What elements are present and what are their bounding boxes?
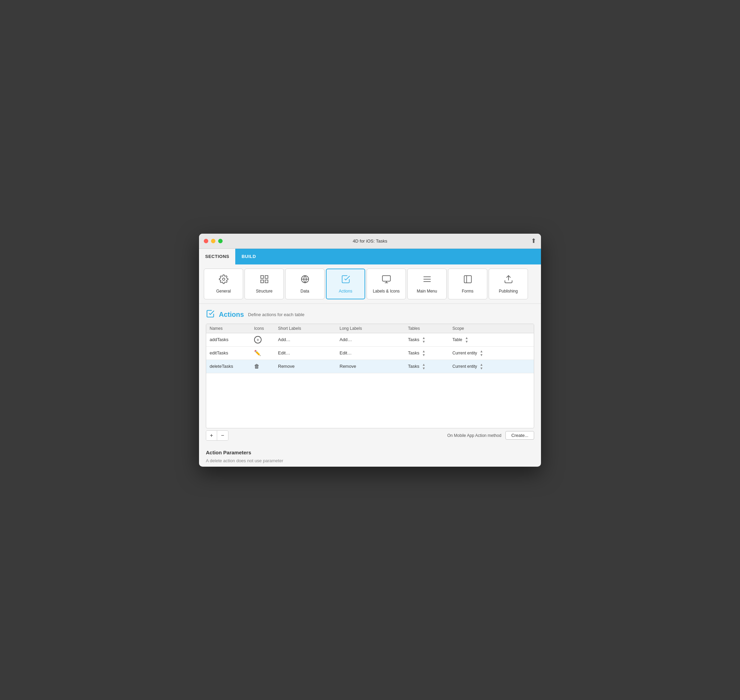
col-header-short-labels: Short Labels — [278, 326, 339, 331]
cell-scope: Table ▲▼ — [452, 336, 530, 344]
create-method-button[interactable]: Create... — [505, 431, 534, 440]
actions-section-description: Define actions for each table — [248, 312, 304, 317]
close-button[interactable] — [204, 239, 208, 243]
remove-row-button[interactable]: − — [217, 431, 228, 440]
cell-short-label: Edit… — [278, 350, 339, 356]
section-tabs-bar: General Structure — [199, 265, 541, 304]
col-header-scope: Scope — [452, 326, 530, 331]
col-header-long-labels: Long Labels — [339, 326, 408, 331]
scope-select-arrows[interactable]: ▲▼ — [480, 349, 483, 357]
main-header: SECTIONS BUILD — [199, 249, 541, 265]
publishing-icon — [504, 274, 513, 286]
method-label: On Mobile App Action method — [447, 433, 501, 438]
cell-long-label: Add… — [339, 337, 408, 342]
tab-publishing-label: Publishing — [499, 289, 518, 294]
plus-circle-icon: + — [254, 336, 261, 344]
cell-table: Tasks ▲▼ — [408, 349, 452, 357]
svg-rect-4 — [265, 280, 268, 282]
gear-icon — [219, 274, 228, 286]
cell-scope: Current entity ▲▼ — [452, 349, 530, 357]
table-select-arrows[interactable]: ▲▼ — [422, 349, 426, 357]
window-controls — [204, 239, 223, 243]
action-parameters-section: Action Parameters A delete action does n… — [199, 443, 541, 467]
cell-icon: 🗑 — [254, 363, 278, 369]
table-bottom-bar: + − On Mobile App Action method Create..… — [206, 430, 534, 441]
table-select-arrows[interactable]: ▲▼ — [422, 336, 426, 344]
tab-general-label: General — [216, 289, 231, 294]
tab-general[interactable]: General — [204, 269, 243, 299]
svg-point-0 — [222, 278, 225, 280]
cell-name: addTasks — [210, 337, 254, 342]
actions-table: Names Icons Short Labels Long Labels Tab… — [206, 324, 534, 428]
col-header-names: Names — [210, 326, 254, 331]
actions-section-icon — [206, 309, 215, 320]
actions-header: Actions Define actions for each table — [199, 304, 541, 324]
tab-structure[interactable]: Structure — [245, 269, 284, 299]
tab-structure-label: Structure — [256, 289, 273, 294]
maximize-button[interactable] — [218, 239, 223, 243]
tab-publishing[interactable]: Publishing — [489, 269, 528, 299]
tab-labels-icons-label: Labels & Icons — [373, 289, 400, 294]
params-title: Action Parameters — [206, 450, 534, 455]
svg-rect-3 — [261, 280, 263, 282]
tab-actions-label: Actions — [339, 289, 352, 294]
add-remove-controls: + − — [206, 430, 228, 441]
empty-table-area — [206, 373, 534, 428]
upload-icon[interactable]: ⬆ — [531, 237, 536, 245]
cell-name: editTasks — [210, 350, 254, 356]
params-description: A delete action does not use parameter — [206, 458, 534, 463]
svg-rect-1 — [261, 275, 263, 278]
data-icon — [300, 274, 310, 286]
forms-icon — [463, 274, 473, 286]
build-tab[interactable]: BUILD — [235, 249, 262, 265]
svg-rect-12 — [464, 275, 471, 282]
cell-name: deleteTasks — [210, 364, 254, 369]
col-header-icons: Icons — [254, 326, 278, 331]
cell-icon: + — [254, 336, 278, 344]
cell-table: Tasks ▲▼ — [408, 363, 452, 370]
tab-data-label: Data — [301, 289, 309, 294]
pencil-icon: ✏️ — [254, 350, 261, 356]
cell-long-label: Remove — [339, 364, 408, 369]
cell-icon: ✏️ — [254, 350, 278, 356]
sections-tab[interactable]: SECTIONS — [199, 249, 235, 265]
cell-scope: Current entity ▲▼ — [452, 363, 530, 370]
svg-rect-2 — [265, 275, 268, 278]
table-row[interactable]: addTasks + Add… Add… Tasks ▲▼ Table ▲▼ — [206, 333, 534, 347]
titlebar: 4D for iOS: Tasks ⬆ — [199, 234, 541, 249]
svg-rect-6 — [382, 275, 390, 281]
structure-icon — [260, 274, 269, 286]
labels-icons-icon — [382, 274, 391, 286]
tab-main-menu-label: Main Menu — [417, 289, 437, 294]
minimize-button[interactable] — [211, 239, 216, 243]
table-row[interactable]: editTasks ✏️ Edit… Edit… Tasks ▲▼ Curren… — [206, 347, 534, 360]
window-title: 4D for iOS: Tasks — [353, 238, 388, 244]
app-window: 4D for iOS: Tasks ⬆ SECTIONS BUILD Gener… — [199, 234, 541, 467]
tab-forms[interactable]: Forms — [448, 269, 487, 299]
scope-select-arrows[interactable]: ▲▼ — [465, 336, 468, 344]
col-header-tables: Tables — [408, 326, 452, 331]
add-row-button[interactable]: + — [206, 431, 217, 440]
cell-table: Tasks ▲▼ — [408, 336, 452, 344]
cell-long-label: Edit… — [339, 350, 408, 356]
bottom-right-controls: On Mobile App Action method Create... — [447, 431, 534, 440]
table-select-arrows[interactable]: ▲▼ — [422, 363, 426, 370]
actions-icon — [341, 274, 351, 286]
scope-select-arrows[interactable]: ▲▼ — [480, 363, 483, 370]
main-menu-icon — [422, 274, 432, 286]
tab-main-menu[interactable]: Main Menu — [407, 269, 446, 299]
actions-section-title: Actions — [219, 311, 244, 319]
table-header-row: Names Icons Short Labels Long Labels Tab… — [206, 324, 534, 333]
cell-short-label: Remove — [278, 364, 339, 369]
table-row[interactable]: deleteTasks 🗑 Remove Remove Tasks ▲▼ Cur… — [206, 360, 534, 373]
tab-actions[interactable]: Actions — [326, 269, 365, 299]
tab-data[interactable]: Data — [285, 269, 324, 299]
tab-labels-icons[interactable]: Labels & Icons — [367, 269, 406, 299]
cell-short-label: Add… — [278, 337, 339, 342]
tab-forms-label: Forms — [462, 289, 474, 294]
trash-icon: 🗑 — [254, 363, 260, 369]
